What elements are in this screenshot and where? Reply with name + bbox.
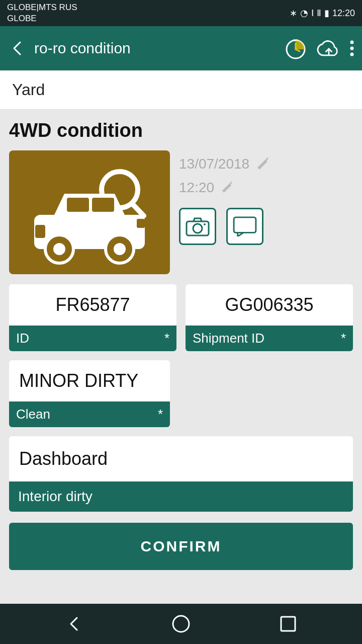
battery-icon: ▮ [324,8,329,19]
date-value: 13/07/2018 [179,156,249,172]
id-label: ID * [9,326,176,351]
nav-recents-button[interactable] [273,609,303,639]
confirm-button[interactable]: CONFIRM [9,523,353,570]
shipment-required: * [341,331,346,346]
svg-point-2 [350,41,354,44]
dashboard-value[interactable]: Dashboard [9,436,353,481]
id-fields-row: FR65877 ID * GG006335 Shipment ID * [9,284,353,351]
timer-icon[interactable] [284,36,308,60]
status-right: ∗ ◔ Ⅰ Ⅱ ▮ 12:20 [290,8,355,19]
nav-bar [0,604,362,644]
svg-line-6 [132,204,144,216]
signal-icon2: Ⅱ [317,8,321,19]
svg-rect-19 [234,217,256,232]
signal-icon: Ⅰ [311,8,314,19]
svg-point-20 [173,616,189,632]
comment-button[interactable] [226,208,263,245]
status-bar: GLOBE|MTS RUS GLOBE ∗ ◔ Ⅰ Ⅱ ▮ 12:20 [0,0,362,26]
bluetooth-icon: ∗ [290,8,297,19]
back-button[interactable] [8,39,26,57]
nav-back-button[interactable] [59,609,89,639]
time-edit-icon[interactable] [220,180,233,196]
svg-point-18 [204,223,206,225]
section-header-text: Yard [12,80,45,99]
condition-title: 4WD condition [9,120,353,141]
svg-point-13 [114,243,126,255]
id-field-box: FR65877 ID * [9,284,176,351]
operator-text: GLOBE [7,14,37,23]
carrier-info: GLOBE|MTS RUS GLOBE [7,2,77,24]
clean-label: Clean * [9,401,170,427]
clean-value[interactable]: MINOR DIRTY [9,360,170,401]
app-bar-title: ro-ro condition [34,40,276,57]
svg-rect-14 [35,225,45,238]
shipment-label-text: Shipment ID [193,331,264,346]
nav-home-button[interactable] [166,609,196,639]
dashboard-label: Interior dirty [9,481,353,512]
dashboard-field-box: Dashboard Interior dirty [9,436,353,512]
info-right: 13/07/2018 12:20 [179,150,269,245]
section-header: Yard [0,70,362,110]
time-display: 12:20 [332,8,355,19]
carrier-text: GLOBE|MTS RUS [7,3,77,12]
time-field: 12:20 [179,180,269,196]
svg-rect-8 [67,198,89,212]
action-icons-row [179,208,269,245]
cloud-sync-icon[interactable] [317,38,341,58]
vehicle-image [9,150,170,274]
svg-point-3 [350,47,354,50]
time-value: 12:20 [179,180,214,196]
clean-label-text: Clean [16,407,50,422]
app-bar: ro-ro condition [0,26,362,70]
wifi-icon: ◔ [300,8,308,19]
id-label-text: ID [16,331,29,346]
date-field: 13/07/2018 [179,155,269,173]
id-value[interactable]: FR65877 [9,284,176,326]
main-content: 4WD condition [0,110,362,604]
svg-rect-15 [137,219,145,228]
shipment-field-box: GG006335 Shipment ID * [186,284,353,351]
app-bar-actions [284,36,354,60]
id-required: * [164,331,169,346]
card-row: 13/07/2018 12:20 [9,150,353,274]
svg-point-4 [350,53,354,56]
more-options-button[interactable] [350,39,354,57]
camera-button[interactable] [179,208,216,245]
svg-rect-9 [92,198,114,212]
shipment-value[interactable]: GG006335 [186,284,353,326]
svg-point-17 [193,224,202,233]
svg-rect-21 [281,617,295,631]
clean-required: * [158,407,163,422]
svg-point-11 [53,243,65,255]
date-edit-icon[interactable] [255,155,269,173]
shipment-label: Shipment ID * [186,326,353,351]
clean-field-box: MINOR DIRTY Clean * [9,360,170,427]
